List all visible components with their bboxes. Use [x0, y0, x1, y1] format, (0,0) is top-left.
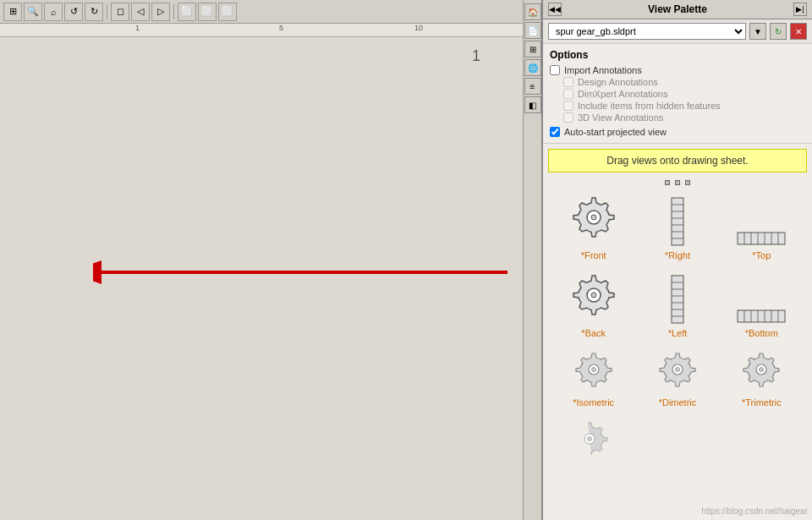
sub-options: Design Annotations DimXpert Annotations … — [550, 76, 805, 123]
view-top[interactable]: *Top — [732, 230, 791, 260]
design-annotations-checkbox[interactable] — [563, 77, 573, 87]
bottom-view-shape — [736, 308, 787, 325]
views-row-1: *Front *Right — [543, 196, 812, 274]
svg-point-39 — [760, 368, 764, 372]
page-indicator: 1 — [472, 47, 480, 65]
trimetric-view-label: *Trimetric — [742, 397, 782, 408]
toolbar-btn-9[interactable]: ⬜ — [178, 3, 196, 21]
sidebar-doc-icon[interactable]: 📄 — [524, 22, 541, 39]
dimxpert-label: DimXpert Annotations — [578, 89, 667, 99]
toolbar-btn-7[interactable]: ◁ — [131, 3, 150, 21]
scroll-dot-1 — [665, 180, 670, 185]
svg-point-41 — [587, 437, 591, 441]
sidebar-home-icon[interactable]: 🏠 — [524, 3, 541, 20]
top-view-label: *Top — [752, 250, 771, 260]
sidebar-list-icon[interactable]: ≡ — [524, 78, 541, 95]
ruler-tick-1: 1 — [135, 24, 140, 32]
scroll-dot-3 — [685, 180, 690, 185]
import-annotations-checkbox[interactable] — [550, 65, 560, 75]
view-front[interactable]: *Front — [564, 196, 623, 260]
file-refresh-btn[interactable]: ↻ — [770, 23, 787, 40]
view-left[interactable]: *Left — [648, 274, 707, 338]
auto-start-label: Auto-start projected view — [564, 127, 667, 137]
auto-start-checkbox[interactable] — [550, 127, 560, 137]
front-view-label: *Front — [581, 250, 606, 260]
file-dropdown-btn[interactable]: ▼ — [749, 23, 766, 40]
views-grid: *Front *Right — [543, 188, 812, 520]
svg-rect-27 — [738, 310, 785, 322]
left-view-side — [669, 274, 686, 325]
toolbar-btn-5[interactable]: ↻ — [85, 3, 103, 21]
right-sidebar: 🏠 📄 ⊞ 🌐 ≡ ◧ — [523, 0, 541, 520]
toolbar-sep-1 — [107, 4, 107, 19]
toolbar-btn-10[interactable]: ⬜ — [198, 3, 217, 21]
watermark: https://blog.csdn.net/haigear — [701, 506, 808, 516]
auto-start-row: Auto-start projected view — [550, 126, 805, 138]
toolbar-btn-6[interactable]: ◻ — [111, 3, 129, 21]
isometric-view-label: *Isometric — [573, 397, 614, 408]
red-arrow — [93, 255, 516, 289]
svg-point-3 — [591, 215, 596, 220]
options-title: Options — [550, 49, 805, 61]
view-dimetric[interactable]: *Dimetric — [648, 352, 707, 408]
toolbar-btn-11[interactable]: ⬜ — [218, 3, 237, 21]
top-view-shape — [736, 230, 787, 247]
view-isometric[interactable]: *Isometric — [564, 352, 623, 408]
toolbar-btn-4[interactable]: ↺ — [64, 3, 83, 21]
view-extra[interactable] — [560, 421, 619, 455]
import-annotations-label: Import Annotations — [564, 65, 642, 75]
panel-collapse-button[interactable]: ◀◀ — [548, 3, 562, 16]
isometric-gear — [573, 352, 615, 394]
views-row-2: *Back *Left — [543, 274, 812, 352]
svg-point-19 — [591, 293, 596, 298]
ruler-tick-2: 5 — [279, 24, 283, 32]
file-close-btn[interactable]: ✕ — [790, 23, 807, 40]
view-back[interactable]: *Back — [564, 274, 623, 338]
dimetric-gear — [656, 352, 699, 394]
views-row-3: *Isometric *Dimetric — [543, 352, 812, 421]
right-view-label: *Right — [665, 250, 690, 260]
view-bottom[interactable]: *Bottom — [732, 308, 791, 338]
left-view-label: *Left — [668, 328, 688, 338]
scroll-dot-2 — [675, 180, 680, 185]
include-hidden-checkbox[interactable] — [563, 101, 573, 111]
drag-hint: Drag views onto drawing sheet. — [548, 149, 807, 172]
dimxpert-checkbox[interactable] — [563, 89, 573, 99]
import-annotations-row: Import Annotations — [550, 64, 805, 76]
file-dropdown[interactable]: spur gear_gb.sldprt — [548, 23, 746, 40]
view-trimetric[interactable]: *Trimetric — [732, 352, 791, 408]
trimetric-gear — [740, 352, 782, 394]
panel-title: View Palette — [562, 3, 793, 15]
include-hidden-row: Include items from hidden features — [563, 100, 805, 112]
front-view-gear — [568, 196, 619, 247]
back-view-gear — [568, 274, 619, 325]
svg-point-35 — [591, 368, 595, 372]
3d-view-row: 3D View Annotations — [563, 112, 805, 123]
back-view-label: *Back — [581, 328, 606, 338]
main-toolbar: ⊞ 🔍 ⌕ ↺ ↻ ◻ ◁ ▷ ⬜ ⬜ ⬜ — [0, 0, 523, 24]
dimxpert-row: DimXpert Annotations — [563, 88, 805, 100]
svg-point-37 — [675, 368, 679, 372]
extra-gear — [571, 421, 609, 455]
toolbar-sep-2 — [173, 4, 174, 19]
design-annotations-row: Design Annotations — [563, 76, 805, 88]
toolbar-btn-3[interactable]: ⌕ — [44, 3, 63, 21]
toolbar-btn-1[interactable]: ⊞ — [3, 3, 22, 21]
view-right[interactable]: *Right — [648, 196, 707, 260]
dimetric-view-label: *Dimetric — [659, 397, 697, 408]
bottom-view-label: *Bottom — [745, 328, 778, 338]
sidebar-globe-icon[interactable]: 🌐 — [524, 59, 541, 76]
right-view-side — [669, 196, 686, 247]
ruler: 1 5 10 — [0, 24, 523, 37]
sidebar-box-icon[interactable]: ◧ — [524, 96, 541, 113]
svg-rect-11 — [738, 233, 785, 244]
file-selector-row: spur gear_gb.sldprt ▼ ↻ ✕ — [543, 19, 812, 44]
panel-pin-button[interactable]: ▶| — [793, 3, 807, 16]
include-hidden-label: Include items from hidden features — [578, 101, 721, 111]
toolbar-btn-2[interactable]: 🔍 — [24, 3, 42, 21]
design-annotations-label: Design Annotations — [578, 77, 658, 87]
options-section: Options Import Annotations Design Annota… — [543, 44, 812, 144]
3d-view-checkbox[interactable] — [563, 112, 573, 123]
sidebar-grid-icon[interactable]: ⊞ — [524, 41, 541, 57]
toolbar-btn-8[interactable]: ▷ — [151, 3, 170, 21]
